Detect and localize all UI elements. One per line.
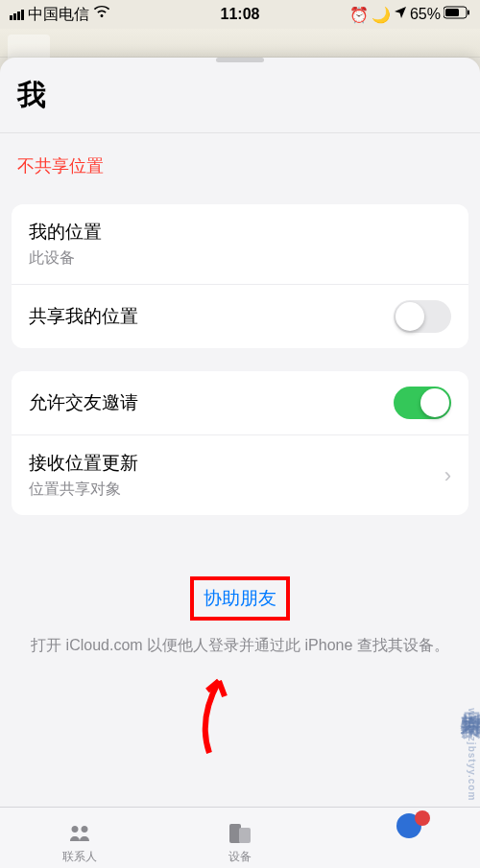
- battery-icon: [444, 6, 470, 23]
- sheet-header: 我: [0, 72, 480, 133]
- cell-title: 接收位置更新: [29, 451, 138, 476]
- annotation-arrow-icon: [180, 671, 238, 758]
- status-right: ⏰ 🌙 65%: [349, 6, 470, 24]
- allow-friend-cell: 允许交友邀请: [12, 371, 468, 435]
- signal-icon: [10, 10, 24, 20]
- svg-rect-2: [445, 9, 459, 16]
- status-bar: 中国电信 11:08 ⏰ 🌙 65%: [0, 0, 480, 29]
- help-friend-link[interactable]: 协助朋友: [190, 576, 290, 621]
- stop-sharing-action[interactable]: 不共享位置: [0, 133, 480, 199]
- battery-label: 65%: [410, 6, 441, 23]
- carrier-label: 中国电信: [28, 5, 89, 25]
- dnd-icon: 🌙: [372, 6, 391, 24]
- status-left: 中国电信: [10, 5, 110, 25]
- allow-friend-switch[interactable]: [394, 387, 451, 419]
- svg-point-6: [415, 810, 430, 826]
- watermark-badge-icon: [396, 809, 432, 839]
- cell-title: 允许交友邀请: [29, 390, 138, 415]
- page-title: 我: [17, 76, 463, 115]
- share-location-switch[interactable]: [394, 300, 451, 333]
- chevron-right-icon: ›: [444, 463, 451, 488]
- help-section: 协助朋友 打开 iCloud.com 以便他人登录并通过此 iPhone 查找其…: [0, 538, 480, 667]
- cell-title: 共享我的位置: [29, 304, 138, 329]
- share-location-cell: 共享我的位置: [12, 285, 468, 348]
- tab-label: 联系人: [62, 849, 97, 865]
- location-icon: [394, 6, 407, 23]
- status-time: 11:08: [221, 6, 260, 23]
- alarm-icon: ⏰: [349, 6, 369, 24]
- tab-label: 设备: [228, 849, 252, 865]
- watermark-text: 贝斯特安卓网 www.zjbstyy.com: [457, 695, 480, 801]
- tab-devices[interactable]: 设备: [160, 808, 321, 868]
- svg-rect-1: [468, 11, 469, 15]
- cell-title: 我的位置: [29, 220, 102, 245]
- settings-group-1: 我的位置 此设备 共享我的位置: [12, 204, 468, 348]
- sheet-grabber[interactable]: [216, 58, 264, 62]
- cell-sub: 此设备: [29, 248, 102, 269]
- tab-contacts[interactable]: 联系人: [0, 808, 160, 868]
- modal-sheet: 我 不共享位置 我的位置 此设备 共享我的位置 允许交友邀请 接收位置更新: [0, 58, 480, 868]
- devices-icon: [225, 821, 255, 846]
- wifi-icon: [93, 6, 110, 23]
- people-icon: [64, 821, 95, 846]
- settings-group-2: 允许交友邀请 接收位置更新 位置共享对象 ›: [12, 371, 468, 515]
- cell-sub: 位置共享对象: [29, 480, 138, 500]
- receive-updates-cell[interactable]: 接收位置更新 位置共享对象 ›: [12, 435, 468, 515]
- map-background: [0, 29, 480, 58]
- help-description: 打开 iCloud.com 以便他人登录并通过此 iPhone 查找其设备。: [24, 634, 456, 657]
- my-location-cell[interactable]: 我的位置 此设备: [12, 204, 468, 285]
- svg-rect-4: [239, 828, 251, 843]
